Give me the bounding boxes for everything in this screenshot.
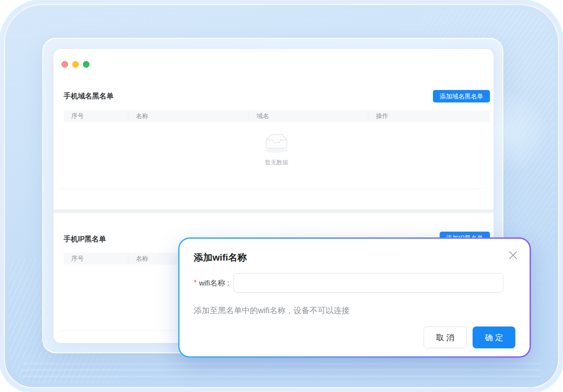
wifi-name-input[interactable] bbox=[233, 273, 503, 293]
window-traffic-lights bbox=[61, 61, 90, 68]
empty-state: 暂无数据 bbox=[64, 133, 490, 167]
column-header-index: 序号 bbox=[64, 110, 128, 122]
wifi-name-label: wifi名称 : bbox=[199, 278, 229, 288]
cancel-button[interactable]: 取 消 bbox=[424, 327, 467, 348]
empty-state-text: 暂无数据 bbox=[64, 159, 490, 167]
add-wifi-modal: 添加wifi名称 * wifi名称 : 添加至黑名单中的wifi名称，设备不可以… bbox=[178, 237, 531, 358]
table-bottom-divider bbox=[59, 188, 488, 189]
section-title-ip-blacklist: 手机IP黑名单 bbox=[64, 235, 106, 244]
confirm-button[interactable]: 确 定 bbox=[473, 327, 515, 348]
modal-helper-text: 添加至黑名单中的wifi名称，设备不可以连接 bbox=[194, 305, 350, 316]
add-domain-blacklist-button[interactable]: 添加域名黑名单 bbox=[433, 90, 490, 102]
close-icon[interactable] bbox=[506, 249, 520, 262]
column-header-domain: 域名 bbox=[249, 110, 368, 122]
traffic-light-red-icon[interactable] bbox=[61, 61, 68, 68]
column-header-index: 序号 bbox=[64, 253, 128, 265]
modal-footer: 取 消 确 定 bbox=[424, 327, 515, 348]
column-header-action: 操作 bbox=[368, 110, 490, 122]
wifi-name-form-row: * wifi名称 : bbox=[194, 273, 503, 293]
section-title-domain-blacklist: 手机域名黑名单 bbox=[64, 92, 114, 101]
traffic-light-yellow-icon[interactable] bbox=[72, 61, 79, 68]
column-header-name: 名称 bbox=[128, 110, 249, 122]
domain-table-header: 序号 名称 域名 操作 bbox=[64, 110, 490, 122]
required-asterisk: * bbox=[194, 278, 197, 287]
traffic-light-green-icon[interactable] bbox=[83, 61, 90, 68]
section-separator-band bbox=[53, 209, 494, 213]
empty-box-icon bbox=[262, 133, 291, 153]
modal-title: 添加wifi名称 bbox=[194, 251, 247, 264]
app-canvas: 手机域名黑名单 添加域名黑名单 序号 名称 域名 操作 暂无数据 手机IP黑名单… bbox=[0, 0, 563, 392]
horizontal-stripes-bottom bbox=[22, 363, 541, 382]
